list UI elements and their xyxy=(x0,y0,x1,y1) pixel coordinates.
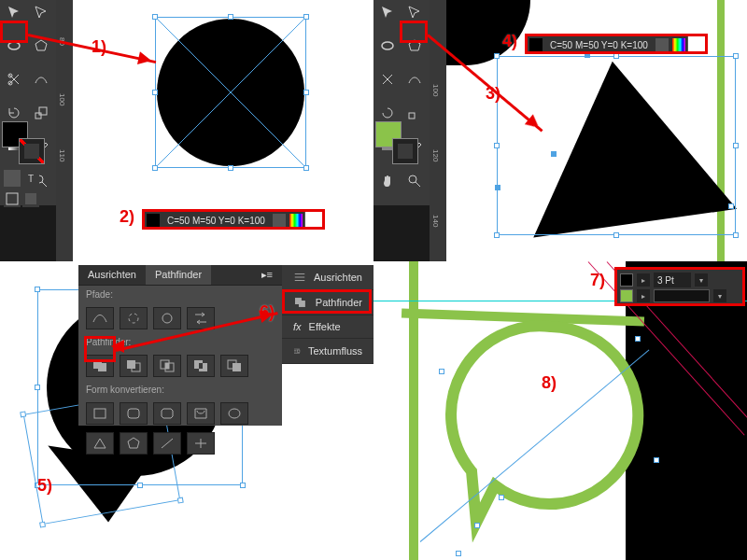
pathfinder-subtract-icon[interactable] xyxy=(120,355,148,377)
svg-point-16 xyxy=(162,314,172,323)
fill-stroke-colors-2[interactable] xyxy=(375,121,422,166)
step7-label: 7) xyxy=(590,271,605,290)
pathfinder-exclude-icon[interactable] xyxy=(187,355,215,377)
convert-hv-line-icon[interactable] xyxy=(187,432,215,455)
svg-rect-30 xyxy=(128,409,139,418)
path-join-icon[interactable] xyxy=(86,307,114,329)
stroke-highlight xyxy=(614,267,745,306)
zoom-tool-icon[interactable] xyxy=(402,171,427,191)
panel-menu-icon[interactable]: ▸≡ xyxy=(252,265,282,285)
menu-textumfluss[interactable]: Textumfluss xyxy=(282,339,374,364)
svg-rect-4 xyxy=(35,113,41,119)
svg-point-32 xyxy=(229,409,240,418)
apply-color-icon[interactable] xyxy=(4,170,21,187)
apply-none-icon[interactable]: T xyxy=(22,170,39,187)
fill-stroke-colors[interactable] xyxy=(2,121,49,166)
svg-rect-23 xyxy=(165,363,169,369)
convert-inverse-icon[interactable] xyxy=(187,402,215,425)
tab-pathfinder[interactable]: Pathfinder xyxy=(146,265,211,285)
svg-rect-5 xyxy=(39,107,47,115)
direct-selection-tool-icon[interactable] xyxy=(29,2,53,22)
tab-ausrichten[interactable]: Ausrichten xyxy=(78,265,146,285)
step4-label: 4) xyxy=(502,32,517,51)
speech-bubble-final[interactable] xyxy=(430,308,672,551)
svg-point-14 xyxy=(409,175,416,183)
ellipse-tool-icon[interactable] xyxy=(375,35,400,56)
convert-triangle-icon[interactable] xyxy=(86,432,114,455)
svg-rect-18 xyxy=(98,363,106,371)
convert-rect-icon[interactable] xyxy=(86,402,114,425)
menu-ausrichten[interactable]: Ausrichten xyxy=(282,265,374,290)
convert-bevel-icon[interactable] xyxy=(153,402,181,425)
svg-point-0 xyxy=(8,42,20,49)
mode2-icon[interactable] xyxy=(22,190,39,207)
mode-icon[interactable] xyxy=(4,190,21,207)
selection-bounding-box[interactable] xyxy=(155,17,306,168)
path-open-icon[interactable] xyxy=(120,307,148,329)
menu-pathfinder-highlight xyxy=(282,289,372,314)
step5-label: 5) xyxy=(37,476,52,496)
scissors-tool-icon[interactable] xyxy=(375,69,400,90)
hand-tool-icon[interactable] xyxy=(375,171,400,191)
svg-rect-12 xyxy=(409,113,415,119)
svg-rect-9 xyxy=(25,193,36,204)
convert-line-icon[interactable] xyxy=(153,432,181,455)
selection-tool-icon[interactable] xyxy=(375,2,400,22)
ellipse-tool-highlight xyxy=(0,21,28,43)
svg-point-15 xyxy=(129,314,138,323)
pathfinder-intersect-icon[interactable] xyxy=(153,355,181,377)
selection-tool-icon[interactable] xyxy=(2,2,26,22)
svg-marker-1 xyxy=(35,40,47,50)
form-konvertieren-label: Form konvertieren: xyxy=(78,381,282,399)
pfade-label: Pfade: xyxy=(78,286,282,303)
swatch-highlight xyxy=(142,209,325,230)
svg-rect-8 xyxy=(7,193,18,204)
svg-marker-31 xyxy=(162,409,173,418)
direct-selection-tool-icon[interactable] xyxy=(402,2,427,22)
menu-effekte[interactable]: fxEffekte xyxy=(282,315,374,339)
svg-rect-28 xyxy=(233,363,241,371)
svg-point-10 xyxy=(382,42,393,49)
convert-roundrect-icon[interactable] xyxy=(120,402,148,425)
pathfinder-minus-back-icon[interactable] xyxy=(220,355,248,377)
resize-cursor-icon: ⟷ xyxy=(696,347,712,360)
freeform-tool-icon[interactable] xyxy=(29,69,53,90)
scissors-tool-icon[interactable] xyxy=(2,69,26,90)
step8-label: 8) xyxy=(542,373,557,393)
flyout-menu: Ausrichten Pathfinder fxEffekte Textumfl… xyxy=(282,265,374,364)
path-close-icon[interactable] xyxy=(153,307,181,329)
triangle-bbox[interactable] xyxy=(497,56,736,235)
convert-polygon-icon[interactable] xyxy=(120,432,148,455)
svg-rect-37 xyxy=(297,350,299,352)
step2-label: 2) xyxy=(120,207,134,227)
svg-marker-33 xyxy=(94,439,106,448)
svg-rect-26 xyxy=(199,363,203,369)
svg-rect-29 xyxy=(94,409,106,418)
swatch-highlight-2 xyxy=(525,34,708,54)
svg-marker-34 xyxy=(128,438,139,448)
convert-ellipse-icon[interactable] xyxy=(220,402,248,425)
freeform-tool-icon[interactable] xyxy=(402,69,427,90)
polygon-tool-highlight xyxy=(400,21,428,43)
